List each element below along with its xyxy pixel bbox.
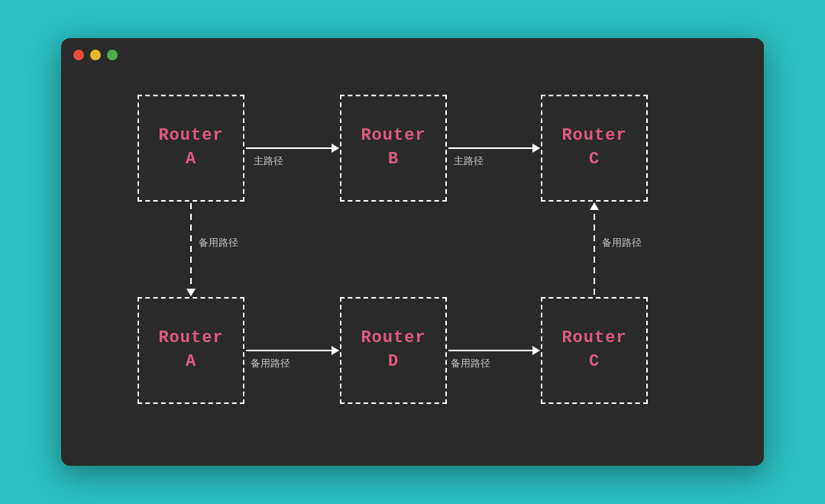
router-b-box: RouterB [340, 95, 447, 202]
router-a1-box: RouterA [138, 95, 244, 202]
label-backup-path-2: 备用路径 [451, 357, 490, 370]
label-backup-left: 备用路径 [199, 236, 238, 250]
titlebar [61, 38, 764, 72]
router-a2-box: RouterA [138, 297, 244, 404]
arrow-a2-to-d [246, 350, 338, 351]
router-d-box: RouterD [340, 297, 447, 404]
arrow-a1-to-b [246, 147, 338, 149]
arrow-a1-to-a2 [190, 203, 192, 296]
close-button[interactable] [73, 50, 84, 60]
router-c2-label: RouterC [561, 327, 626, 374]
label-main-path-1: 主路径 [254, 154, 283, 168]
router-c2-box: RouterC [541, 297, 648, 404]
maximize-button[interactable] [107, 50, 118, 60]
label-backup-path-1: 备用路径 [251, 357, 290, 370]
minimize-button[interactable] [90, 50, 101, 60]
router-c1-box: RouterC [541, 95, 648, 202]
app-window: RouterA RouterB RouterC RouterA RouterD … [61, 38, 764, 466]
router-d-label: RouterD [361, 327, 425, 374]
router-c1-label: RouterC [561, 124, 626, 172]
arrow-b-to-c1 [448, 147, 539, 149]
arrow-c2-to-c1 [594, 203, 595, 296]
arrow-d-to-c2 [448, 350, 539, 351]
label-main-path-2: 主路径 [454, 154, 484, 168]
diagram-canvas: RouterA RouterB RouterC RouterA RouterD … [61, 72, 764, 466]
label-backup-right: 备用路径 [602, 236, 642, 250]
router-b-label: RouterB [361, 124, 425, 172]
router-a2-label: RouterA [158, 327, 223, 374]
router-a1-label: RouterA [158, 124, 223, 172]
